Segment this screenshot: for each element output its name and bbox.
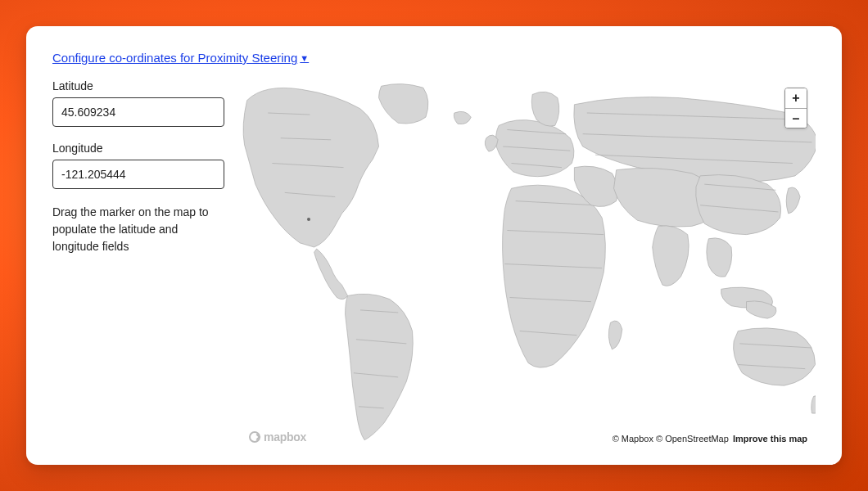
zoom-in-button[interactable]: + — [785, 88, 807, 108]
mapbox-logo-text: mapbox — [264, 430, 306, 444]
map-svg — [241, 79, 816, 448]
attribution-osm[interactable]: © OpenStreetMap — [656, 434, 729, 444]
coordinates-sidebar: Latitude Longitude Drag the marker on th… — [52, 79, 224, 448]
improve-map-link[interactable]: Improve this map — [733, 434, 807, 444]
map-attribution: © Mapbox © OpenStreetMap Improve this ma… — [613, 434, 807, 444]
longitude-label: Longitude — [52, 142, 224, 155]
longitude-input[interactable] — [52, 160, 224, 189]
config-panel: Configure co-ordinates for Proximity Ste… — [26, 26, 842, 465]
zoom-out-button[interactable]: – — [785, 108, 807, 128]
header-link-text: Configure co-ordinates for Proximity Ste… — [52, 51, 297, 65]
map-marker[interactable] — [307, 218, 310, 221]
latitude-input[interactable] — [52, 97, 224, 127]
configure-proximity-link[interactable]: Configure co-ordinates for Proximity Ste… — [52, 51, 309, 65]
attribution-mapbox[interactable]: © Mapbox — [613, 434, 653, 444]
zoom-controls: + – — [784, 88, 807, 128]
caret-down-icon: ▼ — [300, 53, 309, 63]
world-map[interactable]: + – mapbox © Mapbox © OpenStreetMap Impr… — [241, 79, 816, 448]
mapbox-logo-icon — [249, 431, 260, 443]
mapbox-logo: mapbox — [249, 430, 306, 444]
help-text: Drag the marker on the map to populate t… — [52, 204, 224, 255]
latitude-label: Latitude — [52, 79, 224, 92]
content-row: Latitude Longitude Drag the marker on th… — [52, 79, 816, 448]
